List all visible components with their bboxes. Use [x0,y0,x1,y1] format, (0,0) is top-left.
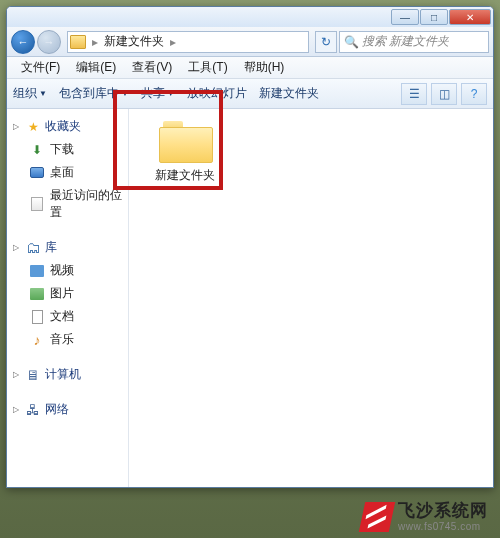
document-icon [29,309,45,325]
menu-help[interactable]: 帮助(H) [238,57,291,78]
organize-label: 组织 [13,85,37,102]
path-separator-icon: ▸ [90,35,100,49]
network-group: ▷ 🖧 网络 [7,398,128,421]
computer-label: 计算机 [45,366,81,383]
network-icon: 🖧 [25,402,41,418]
preview-pane-button[interactable]: ◫ [431,83,457,105]
menu-tools[interactable]: 工具(T) [182,57,233,78]
preview-pane-icon: ◫ [439,87,450,101]
sidebar-item-downloads[interactable]: ⬇ 下载 [7,138,128,161]
sidebar-item-pictures[interactable]: 图片 [7,282,128,305]
favorites-label: 收藏夹 [45,118,81,135]
folder-icon [159,119,211,161]
watermark-url: www.fs0745.com [398,521,488,532]
collapse-icon: ▷ [13,122,21,131]
share-label: 共享 [141,85,165,102]
path-segment[interactable]: 新建文件夹 [100,33,168,50]
sidebar-item-desktop[interactable]: 桌面 [7,161,128,184]
sidebar-item-label: 视频 [50,262,74,279]
share-button[interactable]: 共享 ▼ [141,85,175,102]
slideshow-button[interactable]: 放映幻灯片 [187,85,247,102]
network-header[interactable]: ▷ 🖧 网络 [7,398,128,421]
menu-bar: 文件(F) 编辑(E) 查看(V) 工具(T) 帮助(H) [7,57,493,79]
network-label: 网络 [45,401,69,418]
nav-bar: ← → ▸ 新建文件夹 ▸ ↻ 🔍 搜索 新建文件夹 [7,27,493,57]
star-icon: ★ [25,119,41,135]
sidebar-item-label: 图片 [50,285,74,302]
path-separator-icon: ▸ [168,35,178,49]
minimize-button[interactable]: — [391,9,419,25]
refresh-button[interactable]: ↻ [315,31,337,53]
body-area: ▷ ★ 收藏夹 ⬇ 下载 桌面 最近访问的位置 [7,109,493,487]
forward-button[interactable]: → [37,30,61,54]
refresh-icon: ↻ [321,35,331,49]
view-options-button[interactable]: ☰ [401,83,427,105]
music-icon: ♪ [29,332,45,348]
search-placeholder: 搜索 新建文件夹 [362,33,449,50]
watermark-title: 飞沙系统网 [398,502,488,521]
menu-view[interactable]: 查看(V) [126,57,178,78]
organize-button[interactable]: 组织 ▼ [13,85,47,102]
video-icon [29,263,45,279]
include-label: 包含到库中 [59,85,119,102]
close-button[interactable]: ✕ [449,9,491,25]
sidebar-item-recent[interactable]: 最近访问的位置 [7,184,128,224]
maximize-button[interactable]: □ [420,9,448,25]
libraries-label: 库 [45,239,57,256]
address-bar[interactable]: ▸ 新建文件夹 ▸ [67,31,309,53]
content-pane[interactable]: 新建文件夹 [129,109,493,487]
collapse-icon: ▷ [13,243,21,252]
libraries-header[interactable]: ▷ 🗂 库 [7,236,128,259]
help-button[interactable]: ? [461,83,487,105]
explorer-window: — □ ✕ ← → ▸ 新建文件夹 ▸ ↻ 🔍 搜索 新建文件夹 文件(F) 编… [6,6,494,488]
computer-group: ▷ 🖥 计算机 [7,363,128,386]
computer-icon: 🖥 [25,367,41,383]
back-button[interactable]: ← [11,30,35,54]
view-icon: ☰ [409,87,420,101]
sidebar-item-label: 音乐 [50,331,74,348]
picture-icon [29,286,45,302]
folder-item[interactable]: 新建文件夹 [143,119,227,184]
sidebar-item-label: 下载 [50,141,74,158]
search-input[interactable]: 🔍 搜索 新建文件夹 [339,31,489,53]
new-folder-button[interactable]: 新建文件夹 [259,85,319,102]
desktop-icon [29,165,45,181]
watermark-logo-icon [359,502,395,532]
sidebar-item-label: 最近访问的位置 [50,187,122,221]
favorites-header[interactable]: ▷ ★ 收藏夹 [7,115,128,138]
command-bar: 组织 ▼ 包含到库中 ▼ 共享 ▼ 放映幻灯片 新建文件夹 ☰ ◫ ? [7,79,493,109]
sidebar-item-label: 桌面 [50,164,74,181]
menu-edit[interactable]: 编辑(E) [70,57,122,78]
navigation-pane: ▷ ★ 收藏夹 ⬇ 下载 桌面 最近访问的位置 [7,109,129,487]
include-in-library-button[interactable]: 包含到库中 ▼ [59,85,129,102]
download-icon: ⬇ [29,142,45,158]
watermark: 飞沙系统网 www.fs0745.com [362,502,488,532]
computer-header[interactable]: ▷ 🖥 计算机 [7,363,128,386]
menu-file[interactable]: 文件(F) [15,57,66,78]
sidebar-item-videos[interactable]: 视频 [7,259,128,282]
folder-icon [70,35,86,49]
sidebar-item-label: 文档 [50,308,74,325]
libraries-group: ▷ 🗂 库 视频 图片 文档 ♪ 音乐 [7,236,128,351]
favorites-group: ▷ ★ 收藏夹 ⬇ 下载 桌面 最近访问的位置 [7,115,128,224]
chevron-down-icon: ▼ [167,89,175,98]
collapse-icon: ▷ [13,405,21,414]
sidebar-item-music[interactable]: ♪ 音乐 [7,328,128,351]
sidebar-item-documents[interactable]: 文档 [7,305,128,328]
help-icon: ? [471,87,478,101]
library-icon: 🗂 [25,240,41,256]
chevron-down-icon: ▼ [39,89,47,98]
chevron-down-icon: ▼ [121,89,129,98]
search-icon: 🔍 [344,35,359,49]
recent-icon [29,196,45,212]
folder-label: 新建文件夹 [143,167,227,184]
title-bar: — □ ✕ [7,7,493,27]
collapse-icon: ▷ [13,370,21,379]
